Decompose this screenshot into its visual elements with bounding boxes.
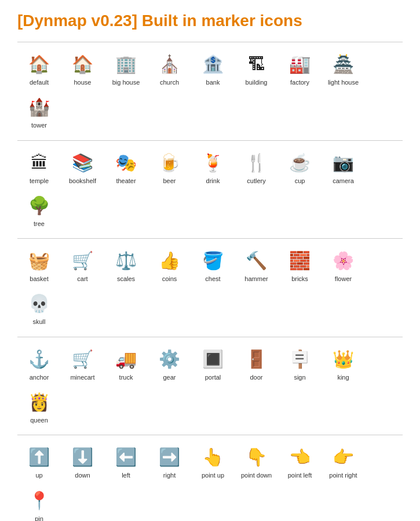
icon-item-anchor: ⚓anchor [17,343,61,386]
icon-item-bricks: 🧱bricks [278,245,322,287]
icon-item-bookshelf: 📚bookshelf [61,147,104,190]
icon-label-theater: theater [116,177,136,185]
icon-label-minecart: minecart [70,373,94,381]
icon-item-hammer: 🔨hammer [235,245,278,287]
icon-label-truck: truck [119,373,133,381]
icon-label-cutlery: cutlery [247,177,265,185]
icon-glyph-basket: 🧺 [28,249,50,272]
icon-label-church: church [160,78,179,86]
icon-label-coins: coins [162,275,177,283]
icon-label-door: door [250,373,262,381]
icon-label-scales: scales [117,275,135,283]
icon-item-tower: 🏰tower [17,91,61,134]
icon-glyph-camera: 📷 [333,151,354,174]
icon-row-0: 🏠default🏠house🏢big house⛪church🏦bank🏗bui… [17,42,403,140]
title-version: v0.23 [92,12,132,30]
icon-row-3: ⚓anchor🛒minecart🚚truck⚙️gear🔳portal🚪door… [17,337,403,435]
icon-row-4: ⬆️up⬇️down⬅️left➡️right👆point up👇point d… [17,435,403,521]
icon-glyph-right: ➡️ [159,446,180,469]
icon-label-pin: pin [35,515,43,521]
icon-glyph-tree: 🌳 [28,194,50,217]
icon-glyph-church: ⛪ [159,53,180,76]
icon-glyph-tower: 🏰 [28,96,50,119]
icon-glyph-bank: 🏦 [202,53,224,76]
icon-label-point-down: point down [241,471,272,479]
icon-row-2: 🧺basket🛒cart⚖️scales👍coins🪣chest🔨hammer🧱… [17,238,403,337]
icon-item-basket: 🧺basket [17,245,61,287]
icon-item-queen: 👸queen [17,386,61,429]
icon-glyph-factory: 🏭 [289,53,311,76]
icon-label-bookshelf: bookshelf [69,177,96,185]
icon-item-door: 🚪door [235,343,278,386]
icon-glyph-point-up: 👆 [202,446,224,469]
icon-glyph-flower: 🌸 [333,249,354,272]
icon-glyph-door: 🚪 [246,348,267,371]
icon-item-down: ⬇️down [61,441,104,484]
icon-label-temple: temple [30,177,49,185]
icon-glyph-skull: 💀 [28,292,50,315]
icon-item-cup: ☕cup [278,147,322,190]
icon-item-building: 🏗building [235,48,278,91]
icon-item-minecart: 🛒minecart [61,343,104,386]
icon-label-gear: gear [163,373,176,381]
icon-item-cutlery: 🍴cutlery [235,147,278,190]
icon-label-default: default [30,78,49,86]
icon-item-chest: 🪣chest [191,245,235,287]
icon-item-point-down: 👇point down [235,441,278,484]
icon-label-building: building [246,78,268,86]
icon-item-coins: 👍coins [148,245,191,287]
icon-label-skull: skull [32,318,45,326]
icon-glyph-point-down: 👇 [246,446,267,469]
icon-item-bank: 🏦bank [191,48,235,91]
icon-label-light-house: light house [328,78,359,86]
icon-item-drink: 🍹drink [191,147,235,190]
icon-label-point-right: point right [329,471,357,479]
icon-glyph-cup: ☕ [289,151,311,174]
icon-glyph-bookshelf: 📚 [72,151,93,174]
icon-label-factory: factory [290,78,309,86]
icon-glyph-king: 👑 [333,348,354,371]
title-suffix: ] Built in marker icons [132,12,302,30]
icon-label-point-up: point up [202,471,224,479]
icon-glyph-gear: ⚙️ [159,348,180,371]
icon-glyph-theater: 🎭 [115,151,137,174]
icon-label-tree: tree [34,220,45,228]
icon-label-beer: beer [163,177,176,185]
icon-glyph-queen: 👸 [28,391,50,414]
icon-label-sign: sign [294,373,305,381]
icon-glyph-building: 🏗 [248,53,265,76]
icon-item-up: ⬆️up [17,441,61,484]
icon-glyph-bricks: 🧱 [289,249,311,272]
icon-item-camera: 📷camera [322,147,365,190]
icon-item-theater: 🎭theater [104,147,148,190]
icon-item-tree: 🌳tree [17,190,61,232]
title-prefix: [Dynmap [17,12,92,30]
icon-label-queen: queen [30,416,48,424]
icon-item-church: ⛪church [148,48,191,91]
icon-item-left: ⬅️left [104,441,148,484]
icon-item-king: 👑king [322,343,365,386]
icon-glyph-up: ⬆️ [28,446,50,469]
icon-glyph-cart: 🛒 [72,249,93,272]
icon-glyph-house: 🏠 [72,53,93,76]
icon-glyph-portal: 🔳 [202,348,224,371]
icon-label-tower: tower [31,121,47,129]
icon-label-king: king [337,373,349,381]
icon-label-camera: camera [333,177,354,185]
icon-glyph-sign: 🪧 [289,348,311,371]
icon-label-flower: flower [335,275,352,283]
icon-item-pin: 📍pin [17,484,61,521]
icon-label-down: down [75,471,90,479]
icon-glyph-chest: 🪣 [202,249,224,272]
icon-glyph-cutlery: 🍴 [246,151,267,174]
icon-item-point-left: 👈point left [278,441,322,484]
icon-item-gear: ⚙️gear [148,343,191,386]
icon-glyph-minecart: 🛒 [72,348,93,371]
icon-glyph-coins: 👍 [159,249,180,272]
icon-glyph-temple: 🏛 [31,151,48,174]
icon-label-right: right [163,471,176,479]
icon-label-point-left: point left [288,471,312,479]
icon-glyph-truck: 🚚 [115,348,137,371]
icon-label-bank: bank [206,78,220,86]
icon-label-house: house [74,78,92,86]
